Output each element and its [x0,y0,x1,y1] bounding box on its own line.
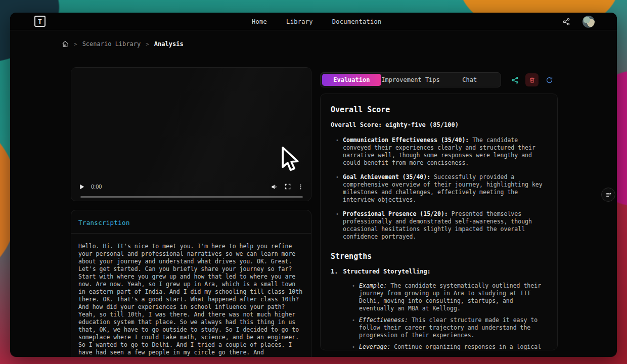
overall-score-value: Overall Score: eighty-five (85/100) [331,121,547,128]
app-window: T Home Library Documentation > Scenario … [10,13,617,357]
breadcrumb-scenario-library[interactable]: Scenario Library [82,40,141,48]
refresh-button[interactable] [543,73,556,86]
breadcrumb-current: Analysis [154,40,184,48]
transcript-text: Hello. Hi. It's nice to meet you. I'm he… [71,234,311,357]
video-progress-bar[interactable] [80,196,303,198]
strengths-heading: Strengths [331,252,547,261]
top-navigation-bar: T Home Library Documentation [10,13,617,30]
main-nav: Home Library Documentation [252,13,382,30]
score-item: • Communication Effectiveness (35/40): T… [336,136,547,167]
tab-chat[interactable]: Chat [440,74,499,86]
share-icon[interactable] [562,18,570,26]
tab-actions [508,73,556,86]
share-evaluation-button[interactable] [508,73,521,86]
evaluation-tabs-row: Evaluation Improvement Tips Chat [320,72,558,87]
strength-point: • Effectiveness: This clear structure ma… [352,316,547,339]
tab-evaluation[interactable]: Evaluation [322,74,381,86]
breadcrumb-separator: > [74,41,77,48]
overall-score-heading: Overall Score [331,105,547,114]
tab-improvement-tips[interactable]: Improvement Tips [381,74,440,86]
evaluation-panel: Overall Score Overall Score: eighty-five… [320,94,558,350]
breadcrumb: > Scenario Library > Analysis [62,40,184,48]
topbar-actions [562,13,595,30]
video-controls: 0:00 [71,179,311,194]
home-icon[interactable] [62,40,69,48]
score-item: • Professional Presence (15/20): Present… [336,210,547,241]
user-avatar[interactable] [583,16,595,28]
more-options-icon[interactable] [297,184,304,190]
strength-item: 1. Structured Storytelling: [331,268,547,275]
breadcrumb-separator: > [146,41,149,48]
video-player[interactable]: 0:00 [71,67,311,201]
nav-link-home[interactable]: Home [252,18,267,25]
side-panel-toggle-button[interactable] [601,188,615,202]
transcription-panel: Transcription Hello. Hi. It's nice to me… [71,210,311,357]
app-logo[interactable]: T [34,16,46,27]
video-time: 0:00 [91,184,102,190]
transcription-header: Transcription [71,210,311,234]
play-button[interactable] [78,184,85,190]
fullscreen-icon[interactable] [284,183,291,190]
nav-link-documentation[interactable]: Documentation [332,18,382,25]
strength-point: • Leverage: Continue organizing response… [352,343,547,350]
score-item: • Goal Achievement (35/40): Successfully… [336,173,547,204]
nav-link-library[interactable]: Library [286,18,313,25]
transcription-title: Transcription [78,219,130,226]
volume-icon[interactable] [271,183,278,191]
strength-point: • Example: The candidate systematically … [352,282,547,312]
tab-group: Evaluation Improvement Tips Chat [320,72,501,87]
delete-button[interactable] [525,73,539,86]
list-settings-icon [605,192,612,198]
